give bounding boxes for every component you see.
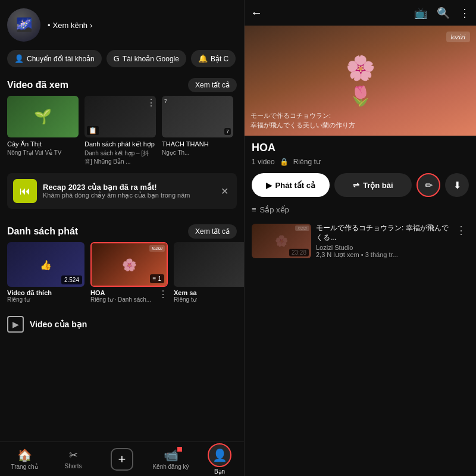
pv-more-icon-1[interactable]: ⋮ bbox=[453, 224, 469, 237]
nav-home-label: Trang chủ bbox=[11, 464, 37, 470]
watched-section-title: Video đã xem bbox=[7, 80, 68, 90]
playlist-video-item-1[interactable]: lozizi 🌸 23:28 モールで作るコチョウラン: 幸福が飛んでくる...… bbox=[252, 220, 469, 262]
playlist-xem-sa-sub: Riêng tư bbox=[174, 296, 244, 303]
playlist-hoa-queue: ≡ 1 bbox=[150, 274, 164, 283]
google-account-label: Tài khoản Google bbox=[123, 55, 179, 63]
playlist-see-all-button[interactable]: Xem tất cả bbox=[188, 224, 237, 239]
sort-icon: ≡ bbox=[252, 205, 256, 214]
playlist-xem-sa-thumb bbox=[174, 242, 244, 287]
playlist-liked-title: Video đã thích bbox=[7, 289, 84, 296]
playlist-xem-sa[interactable]: Xem sa Riêng tư bbox=[174, 242, 244, 303]
playlist-hoa[interactable]: 🌸 ≡ 1 lozizi HOA Riêng tư · Danh sách...… bbox=[90, 242, 168, 303]
watched-subtitle-2: Danh sách kết hợp – [抖音] Những Bản ... bbox=[84, 149, 156, 166]
person-icon: 👤 bbox=[14, 54, 24, 63]
recap-text: Recap 2023 của bạn đã ra mắt! Khám phá d… bbox=[43, 183, 212, 199]
shuffle-icon: ⇌ bbox=[353, 181, 359, 190]
nav-shorts-label: Shorts bbox=[65, 463, 82, 469]
nav-shorts[interactable]: ✂ Shorts bbox=[49, 445, 98, 473]
watched-video-2[interactable]: 📋 Danh sách phát kết hợp Danh sách kết h… bbox=[84, 96, 156, 166]
cast-icon[interactable]: 📺 bbox=[414, 7, 427, 20]
video-of-you-section[interactable]: ▶ Video của bạn bbox=[0, 310, 244, 339]
home-icon: 🏠 bbox=[17, 448, 32, 462]
watched-see-all-button[interactable]: Xem tất cả bbox=[188, 78, 237, 92]
video-count: 1 video bbox=[252, 158, 275, 166]
sort-label: ≡ Sắp xếp bbox=[252, 205, 469, 214]
see-channel-label[interactable]: Xem kênh bbox=[53, 21, 88, 30]
watched-video-3[interactable]: 7 7 THACH THANH Ngọc Th... bbox=[162, 96, 233, 166]
nav-you[interactable]: 👤 Bạn bbox=[195, 440, 244, 476]
watched-title-2: Danh sách phát kết hợp bbox=[84, 140, 156, 148]
bell-icon: 🔔 bbox=[198, 54, 208, 63]
watched-badge-3: 7 bbox=[224, 128, 231, 135]
profile-header: 🌌 • Xem kênh › bbox=[0, 0, 244, 46]
play-all-button[interactable]: ▶ Phát tất cả bbox=[252, 173, 330, 197]
cover-image: lozizi 🌸 🌷 モールで作るコチョウラン: 幸福が飛んでくる美しい蘭の作り… bbox=[245, 26, 476, 136]
video-of-you-title: Video của bạn bbox=[30, 320, 87, 329]
switch-account-label: Chuyển đổi tài khoản bbox=[27, 55, 95, 63]
recap-close-button[interactable]: ✕ bbox=[218, 183, 231, 199]
watched-channel-3: Ngọc Th... bbox=[162, 149, 233, 156]
switch-account-button[interactable]: 👤 Chuyển đổi tài khoản bbox=[7, 50, 102, 67]
notifications-label: Bật C bbox=[211, 55, 228, 63]
playlist-meta: 1 video 🔒 Riêng tư bbox=[252, 158, 469, 166]
right-top-bar: ← 📺 🔍 ⋮ bbox=[245, 0, 476, 26]
shuffle-label: Trộn bài bbox=[363, 181, 393, 190]
watched-thumb-2: 📋 bbox=[84, 96, 156, 137]
bullet: • bbox=[48, 21, 51, 30]
channel-link[interactable]: • Xem kênh › bbox=[48, 21, 92, 30]
back-icon[interactable]: ← bbox=[250, 6, 262, 20]
download-button[interactable]: ⬇ bbox=[445, 173, 469, 197]
shuffle-button[interactable]: ⇌ Trộn bài bbox=[334, 173, 412, 197]
cover-line2: 幸福が飛んでくる美しい蘭の作り方 bbox=[250, 121, 470, 130]
google-account-button[interactable]: G Tài khoản Google bbox=[107, 50, 186, 67]
playlist-cover: lozizi 🌸 🌷 モールで作るコチョウラン: 幸福が飛んでくる美しい蘭の作り… bbox=[245, 26, 476, 136]
right-panel: ← 📺 🔍 ⋮ lozizi 🌸 🌷 モールで作るコチョウラン: 幸福が飛んでく… bbox=[244, 0, 476, 476]
pencil-icon: ✏ bbox=[425, 180, 433, 191]
playlist-info: HOA 1 video 🔒 Riêng tư ▶ Phát tất cả ⇌ T… bbox=[245, 136, 476, 268]
subscriptions-badge bbox=[177, 447, 182, 452]
pv-stats-1: 2,3 N lượt xem • 3 tháng tr... bbox=[316, 251, 449, 259]
play-icon: ▶ bbox=[266, 181, 272, 190]
nav-subscriptions[interactable]: 📹 Kênh đăng ký bbox=[146, 444, 195, 474]
playlist-actions: ▶ Phát tất cả ⇌ Trộn bài ✏ ⬇ bbox=[252, 173, 469, 197]
nav-add[interactable]: + bbox=[98, 444, 146, 474]
recap-title: Recap 2023 của bạn đã ra mắt! bbox=[43, 183, 212, 192]
search-icon[interactable]: 🔍 bbox=[437, 7, 450, 20]
recap-banner: ⏮ Recap 2023 của bạn đã ra mắt! Khám phá… bbox=[7, 173, 237, 209]
watched-section-header: Video đã xem Xem tất cả bbox=[0, 71, 244, 96]
cover-text: モールで作るコチョウラン: 幸福が飛んでくる美しい蘭の作り方 bbox=[250, 111, 470, 130]
watched-more-icon-2[interactable]: ⋮ bbox=[146, 97, 156, 108]
playlist-row: 👍 2.524 Video đã thích Riêng tư 🌸 ≡ 1 bbox=[0, 242, 244, 310]
cover-line1: モールで作るコチョウラン: bbox=[250, 111, 470, 120]
watched-thumb-1: 🌱 bbox=[7, 96, 79, 137]
right-top-icons: 📺 🔍 ⋮ bbox=[414, 7, 470, 20]
nav-you-label: Bạn bbox=[214, 468, 225, 475]
edit-button[interactable]: ✏ bbox=[416, 173, 440, 197]
playlist-liked[interactable]: 👍 2.524 Video đã thích Riêng tư bbox=[7, 242, 84, 303]
bottom-nav: 🏠 Trang chủ ✂ Shorts + 📹 Kênh đăng ký 👤 … bbox=[0, 441, 244, 476]
more-icon[interactable]: ⋮ bbox=[459, 7, 470, 20]
pv-thumb-1: lozizi 🌸 23:28 bbox=[252, 224, 311, 258]
recap-icon: ⏮ bbox=[13, 179, 37, 203]
add-icon: + bbox=[111, 448, 133, 471]
playlist-hoa-thumb: 🌸 ≡ 1 lozizi bbox=[90, 242, 168, 287]
you-icon: 👤 bbox=[212, 448, 227, 462]
nav-home[interactable]: 🏠 Trang chủ bbox=[0, 444, 49, 474]
playlist-liked-count: 2.524 bbox=[61, 275, 82, 284]
pv-channel-1: Lozizi Studio bbox=[316, 244, 449, 251]
playlist-hoa-more-icon[interactable]: ⋮ bbox=[158, 289, 168, 300]
playlist-hoa-sub: Riêng tư · Danh sách... bbox=[90, 296, 168, 303]
pv-title-1: モールで作るコチョウラン: 幸福が飛んでくる... bbox=[316, 224, 449, 242]
watched-video-1[interactable]: 🌱 Cây Ăn Thịt Nông Trại Vui Vẻ TV bbox=[7, 96, 79, 166]
watched-thumb-3: 7 7 bbox=[162, 96, 233, 137]
watched-channel-1: Nông Trại Vui Vẻ TV bbox=[7, 149, 79, 156]
video-of-you-icon: ▶ bbox=[7, 316, 24, 333]
chevron-right-icon: › bbox=[90, 21, 92, 30]
nav-subscriptions-label: Kênh đăng ký bbox=[152, 464, 189, 470]
cover-watermark: lozizi bbox=[446, 32, 470, 42]
watched-title-3: THACH THANH bbox=[162, 140, 233, 148]
notifications-button[interactable]: 🔔 Bật C bbox=[191, 50, 236, 67]
watched-title-1: Cây Ăn Thịt bbox=[7, 140, 79, 148]
pv-info-1: モールで作るコチョウラン: 幸福が飛んでくる... Lozizi Studio … bbox=[316, 224, 449, 259]
avatar[interactable]: 🌌 bbox=[7, 8, 40, 42]
